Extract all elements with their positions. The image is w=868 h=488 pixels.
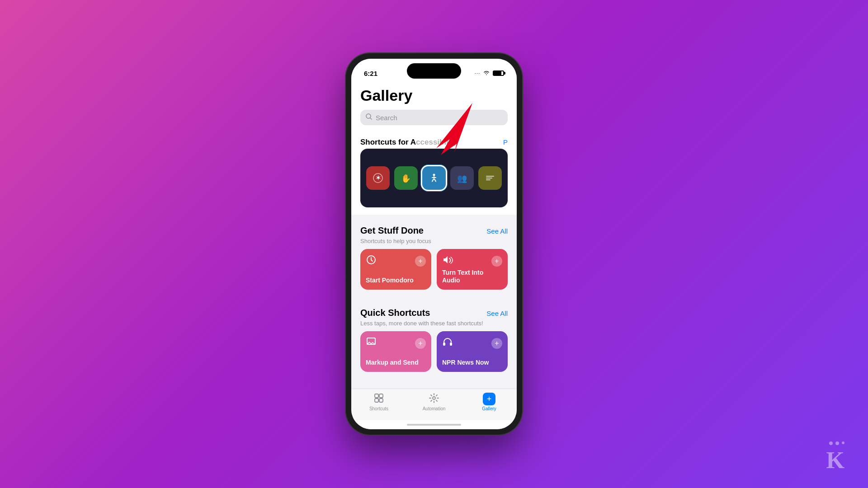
markup-icon bbox=[366, 337, 377, 350]
svg-rect-9 bbox=[486, 179, 491, 180]
markup-add-btn[interactable]: + bbox=[415, 338, 426, 349]
banner-icon-accessibility bbox=[422, 166, 446, 190]
section-title-accessibility: Shortcuts for Accessibility bbox=[360, 138, 458, 147]
phone-frame: 6:21 ··· Gallery bbox=[346, 53, 522, 435]
section-see-all-gsd[interactable]: See All bbox=[486, 227, 508, 235]
banner-icon-hand: ✋ bbox=[394, 166, 418, 190]
wifi-icon bbox=[483, 70, 490, 77]
search-bar[interactable]: Search bbox=[360, 110, 508, 125]
section-header-qs: Quick Shortcuts See All bbox=[351, 302, 517, 320]
markup-title: Markup and Send bbox=[366, 359, 426, 366]
pomodoro-icon bbox=[366, 254, 377, 267]
audio-title: Turn Text Into Audio bbox=[442, 269, 502, 284]
svg-rect-14 bbox=[375, 394, 378, 398]
pomodoro-title: Start Pomodoro bbox=[366, 277, 426, 284]
gallery-content: Gallery Search Shortc bbox=[351, 81, 517, 389]
card-start-pomodoro[interactable]: + Start Pomodoro bbox=[360, 249, 431, 290]
section-see-all-accessibility[interactable]: P bbox=[503, 138, 508, 146]
watermark: K bbox=[826, 441, 844, 474]
svg-rect-15 bbox=[379, 394, 383, 398]
npr-add-btn[interactable]: + bbox=[491, 338, 502, 349]
section-see-all-qs[interactable]: See All bbox=[486, 310, 508, 317]
section-accessibility: Shortcuts for Accessibility P ✶ bbox=[351, 132, 517, 215]
section-quick-shortcuts: Quick Shortcuts See All Less taps, more … bbox=[351, 302, 517, 379]
section-header-gsd: Get Stuff Done See All bbox=[351, 220, 517, 238]
npr-title: NPR News Now bbox=[442, 359, 502, 366]
section-subtitle-gsd: Shortcuts to help you focus bbox=[351, 238, 517, 249]
search-placeholder: Search bbox=[376, 114, 397, 122]
home-indicator bbox=[351, 420, 517, 429]
search-icon bbox=[366, 113, 372, 122]
page-title: Gallery bbox=[360, 85, 508, 110]
card-markup-send[interactable]: + Markup and Send bbox=[360, 331, 431, 372]
automation-tab-label: Automation bbox=[423, 406, 446, 411]
status-bar: 6:21 ··· bbox=[351, 59, 517, 81]
section-title-gsd: Get Stuff Done bbox=[360, 225, 424, 236]
shortcuts-tab-label: Shortcuts bbox=[369, 406, 388, 411]
accessibility-banner: ✶ ✋ bbox=[360, 149, 508, 207]
svg-rect-8 bbox=[486, 178, 492, 178]
signal-icon: ··· bbox=[475, 70, 480, 76]
svg-text:👥: 👥 bbox=[457, 174, 467, 183]
banner-icon-asterisk: ✶ bbox=[366, 166, 390, 190]
audio-icon bbox=[442, 254, 453, 267]
pomodoro-add-btn[interactable]: + bbox=[415, 256, 426, 267]
svg-rect-13 bbox=[450, 343, 452, 346]
svg-point-5 bbox=[433, 174, 435, 176]
tab-bar: Shortcuts Automation + Gallery bbox=[351, 389, 517, 420]
section-get-stuff-done: Get Stuff Done See All Shortcuts to help… bbox=[351, 220, 517, 297]
banner-icon-people: 👥 bbox=[450, 166, 474, 190]
svg-text:✶: ✶ bbox=[375, 174, 381, 182]
dynamic-island bbox=[407, 63, 461, 79]
svg-rect-12 bbox=[443, 343, 445, 346]
section-subtitle-qs: Less taps, more done with these fast sho… bbox=[351, 320, 517, 331]
scroll-area[interactable]: Shortcuts for Accessibility P ✶ bbox=[351, 132, 517, 389]
cards-row-qs: + Markup and Send bbox=[351, 331, 517, 372]
shortcuts-tab-icon bbox=[373, 393, 384, 405]
svg-rect-17 bbox=[379, 399, 383, 402]
status-icons: ··· bbox=[475, 70, 504, 77]
svg-text:✋: ✋ bbox=[401, 174, 411, 183]
svg-rect-7 bbox=[486, 176, 494, 177]
gallery-tab-label: Gallery bbox=[482, 406, 496, 411]
section-title-qs: Quick Shortcuts bbox=[360, 308, 430, 318]
cards-row-gsd: + Start Pomodoro bbox=[351, 249, 517, 290]
status-time: 6:21 bbox=[364, 70, 377, 77]
svg-point-18 bbox=[433, 397, 435, 399]
svg-rect-16 bbox=[375, 399, 378, 402]
phone-screen: 6:21 ··· Gallery bbox=[351, 59, 517, 429]
card-turn-text-audio[interactable]: + Turn Text Into Audio bbox=[437, 249, 508, 290]
tab-automation[interactable]: Automation bbox=[406, 393, 462, 411]
banner-icon-lines bbox=[478, 166, 502, 190]
tab-gallery[interactable]: + Gallery bbox=[462, 393, 517, 411]
headphones-icon bbox=[442, 337, 453, 350]
card-npr-news[interactable]: + NPR News Now bbox=[437, 331, 508, 372]
gallery-tab-icon: + bbox=[487, 394, 492, 404]
gallery-header: Gallery Search bbox=[351, 81, 517, 132]
tab-shortcuts[interactable]: Shortcuts bbox=[351, 393, 406, 411]
section-header-accessibility: Shortcuts for Accessibility P bbox=[351, 132, 517, 149]
battery-icon bbox=[493, 70, 504, 76]
audio-add-btn[interactable]: + bbox=[491, 256, 502, 267]
automation-tab-icon bbox=[429, 393, 439, 405]
